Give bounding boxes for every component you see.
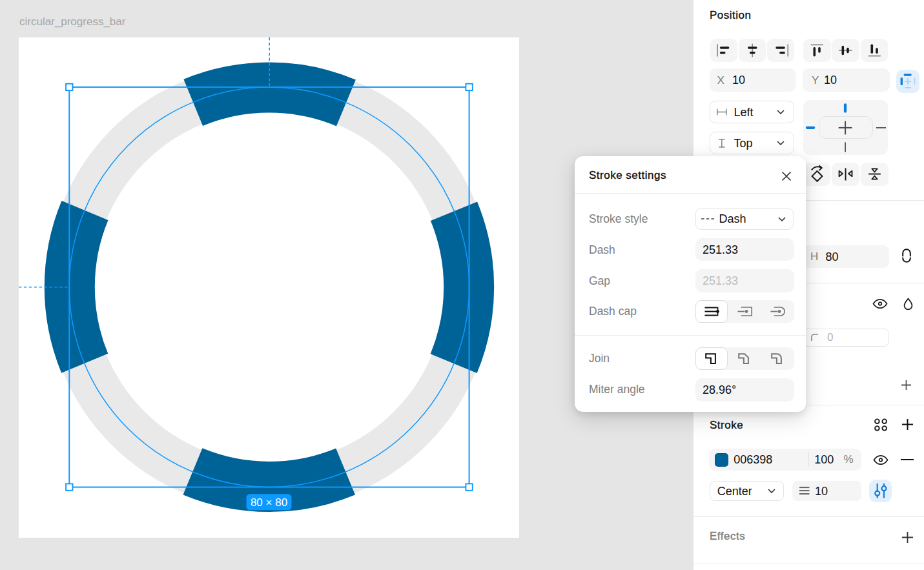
svg-text:80 × 80: 80 × 80 bbox=[251, 496, 287, 509]
